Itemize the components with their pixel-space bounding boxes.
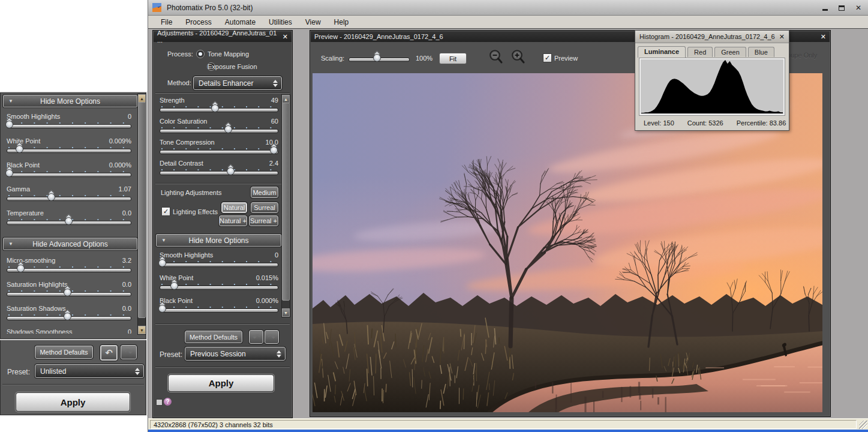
histogram-window: Histogram - 20160429_AnneJutras_0172_4_6… [635,30,789,131]
menu-item-automate[interactable]: Automate [218,17,262,28]
slider-track[interactable] [7,173,131,177]
preview-checkbox[interactable]: ✓ [543,53,552,62]
adjustments-titlebar[interactable]: Adjustments - 20160429_AnneJutras_01 ...… [154,31,292,42]
maximize-button[interactable] [835,2,848,12]
slider-track[interactable] [7,221,131,225]
scroll-up-icon[interactable]: ▲ [282,95,290,103]
tab-green[interactable]: Green [714,47,746,57]
slider-track[interactable] [160,263,278,267]
menu-item-utilities[interactable]: Utilities [262,17,299,28]
footer-checkbox[interactable] [156,399,163,406]
tab-luminance[interactable]: Luminance [638,46,686,58]
zoom-in-icon[interactable] [510,49,526,65]
slider-track[interactable] [7,292,131,296]
histogram-titlebar[interactable]: Histogram - 20160429_AnneJutras_0172_4_6… [635,31,789,43]
scrollbar-thumb[interactable] [138,102,146,318]
lighting-effects-checkbox[interactable]: ✓ [161,207,170,216]
slider-thumb[interactable] [47,191,55,201]
slider-thumb[interactable] [5,167,13,177]
slider-thumb[interactable] [158,302,166,313]
slider-thumb[interactable] [227,165,235,175]
scroll-down-icon[interactable]: ▼ [138,326,146,334]
slider-track[interactable] [160,286,278,290]
slider-value: 60 [271,118,278,126]
menu-item-process[interactable]: Process [179,17,218,28]
preview-checkbox-label: Preview [554,55,578,62]
apply-button[interactable]: Apply [168,374,274,392]
tab-red[interactable]: Red [687,47,713,57]
slider-thumb[interactable] [64,286,71,296]
hide-more-options-expander[interactable]: ▼ Hide More Options [3,95,137,107]
method-defaults-button[interactable]: Method Defaults [185,331,242,343]
menu-item-file[interactable]: File [154,17,179,28]
radio-tone-mapping-label: Tone Mapping [208,50,249,58]
scroll-up-icon[interactable]: ▲ [138,94,146,103]
slider-track[interactable] [160,129,278,133]
help-icon[interactable]: ? [164,398,172,406]
slider-thumb[interactable] [5,118,13,128]
scrollbar-thumb[interactable] [282,103,290,301]
slider-thumb[interactable] [65,215,73,225]
slider-track[interactable] [160,171,278,175]
hide-advanced-options-expander[interactable]: ▼ Hide Advanced Options [3,238,137,250]
process-label: Process: [167,50,193,58]
slider-track[interactable] [7,268,131,272]
slider-label: White Point [7,137,40,146]
redo-button[interactable]: ↷ [265,330,279,344]
resize-grip[interactable] [859,421,867,429]
slider-track[interactable] [160,108,278,112]
slider-track[interactable] [160,308,278,313]
method-defaults-button[interactable]: Method Defaults [35,346,93,359]
left-panel-scrollbar[interactable]: ▲ ▼ [137,94,146,335]
undo-button[interactable]: ↶ [249,330,263,344]
lighting-medium-button[interactable]: Medium [251,187,278,198]
slider-thumb[interactable] [17,262,25,272]
close-icon[interactable]: ✕ [821,33,826,41]
hide-more-options-expander[interactable]: ▼ Hide More Options [156,234,281,247]
tab-blue[interactable]: Blue [748,47,774,57]
preset-value: Unlisted [40,367,66,376]
scroll-down-icon[interactable]: ▼ [282,308,290,317]
slider-value: 0.015% [256,274,278,283]
preset-select[interactable]: Unlisted [35,364,144,378]
scaling-value: 100% [416,55,433,62]
redo-button[interactable]: ↷ [121,345,137,359]
app-icon [152,3,161,12]
slider-track[interactable] [160,150,278,154]
minimize-button[interactable] [818,2,831,12]
slider-track[interactable] [7,316,131,320]
close-icon[interactable]: ✕ [779,33,785,41]
slider-thumb[interactable] [224,123,232,133]
lighting-natural-plus-button[interactable]: Natural + [219,215,247,226]
scaling-slider-track[interactable] [349,58,410,62]
slider-thumb[interactable] [64,310,71,320]
slider-track[interactable] [7,124,131,128]
slider-thumb[interactable] [170,280,178,290]
slider-thumb[interactable] [16,143,23,153]
adjustments-scrollbar[interactable]: ▲ ▼ [281,94,290,317]
method-value: Details Enhancer [199,79,253,88]
slider-track[interactable] [7,197,131,201]
fit-button[interactable]: Fit [439,53,467,64]
preset-select[interactable]: Previous Session [185,347,286,361]
slider-track[interactable] [7,149,131,153]
apply-button[interactable]: Apply [16,392,130,412]
close-button[interactable]: ✕ [852,2,865,12]
lighting-surreal-button[interactable]: Surreal [251,202,278,213]
scaling-slider-thumb[interactable] [373,52,381,62]
window-titlebar[interactable]: Photomatix Pro 5.0 (32-bit) ✕ [148,0,868,16]
slider-temperature: Temperature0.0 [6,209,132,230]
undo-button[interactable]: ↶ [100,345,118,361]
radio-tone-mapping[interactable] [196,50,205,58]
lighting-surreal-plus-button[interactable]: Surreal + [249,215,278,226]
menu-item-view[interactable]: View [299,17,328,28]
method-select[interactable]: Details Enhancer [193,76,282,90]
adjustments-panel: Adjustments - 20160429_AnneJutras_01 ...… [152,30,293,418]
slider-thumb[interactable] [158,257,166,267]
zoom-out-icon[interactable] [488,49,504,65]
lighting-natural-button[interactable]: Natural [221,202,247,213]
slider-thumb[interactable] [270,144,278,154]
menu-item-help[interactable]: Help [328,17,356,28]
slider-thumb[interactable] [211,102,219,112]
close-icon[interactable]: ✕ [283,33,288,41]
